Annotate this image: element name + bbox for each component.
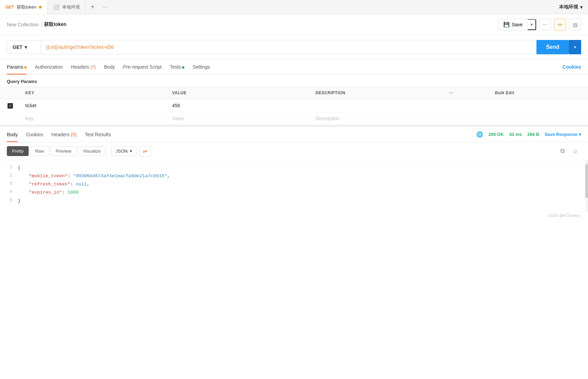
save-dropdown-button[interactable]: ▾	[528, 19, 536, 30]
resp-tab-headers[interactable]: Headers (5)	[52, 127, 77, 142]
tab-tests[interactable]: Tests	[170, 59, 184, 74]
row-value-cell[interactable]: 456	[167, 99, 311, 112]
line-num-3: 3	[7, 180, 18, 188]
env-selector-label: 本地环境	[559, 4, 578, 10]
env-tab[interactable]: ⬜ 本地环境	[47, 0, 86, 14]
format-selector[interactable]: JSON ▾	[111, 146, 137, 156]
tab-body[interactable]: Body	[104, 59, 115, 74]
line-num-5: 5	[7, 197, 18, 205]
json-line-1: 1 {	[7, 164, 581, 172]
header-actions: 💾 Save ▾ ··· ✏ ▤	[498, 18, 581, 31]
empty-more-cell	[445, 112, 490, 125]
json-viewer: 1 { 2 "mobile_token": "99306b4674af4e1ea…	[0, 160, 588, 212]
active-tab[interactable]: GET 获取token	[0, 0, 47, 14]
search-button[interactable]: ⌕	[570, 146, 581, 157]
tab-params[interactable]: Params	[7, 59, 27, 74]
wrap-icon: ⇌	[143, 148, 147, 154]
save-response-button[interactable]: Save Response ▾	[545, 132, 581, 137]
method-selector[interactable]: GET ▾	[7, 41, 41, 54]
resp-tab-testresults[interactable]: Test Results	[85, 127, 111, 142]
response-status: 🌐 200 OK 43 ms 268 B Save Response ▾	[476, 131, 582, 138]
copy-icon: ⧉	[560, 148, 565, 155]
status-code: 200 OK	[489, 132, 504, 137]
format-bar: Pretty Raw Preview Visualize JSON ▾ ⇌ ⧉ …	[0, 142, 588, 160]
save-button[interactable]: 💾 Save	[499, 19, 528, 30]
resp-tab-headers-label: Headers	[52, 132, 71, 137]
send-chevron-icon: ▾	[574, 45, 576, 50]
col-more-button[interactable]: ···	[445, 87, 490, 99]
row-checkbox[interactable]: ✓	[8, 103, 13, 109]
headers-count: (7)	[90, 65, 96, 70]
tab-headers[interactable]: Headers (7)	[71, 59, 96, 74]
tab-settings-label: Settings	[193, 64, 210, 70]
breadcrumb-collection[interactable]: New Collection	[7, 22, 39, 27]
fmt-preview-button[interactable]: Preview	[51, 146, 76, 156]
breadcrumb-sep: /	[41, 22, 42, 27]
response-tabs: Body Cookies Headers (5) Test Results 🌐 …	[0, 127, 588, 142]
params-dot	[24, 66, 27, 69]
comment-icon: ▤	[573, 22, 578, 28]
empty-key-cell[interactable]: Key	[20, 112, 167, 125]
query-params-header: Query Params	[0, 75, 588, 87]
bulk-edit-button[interactable]: Bulk Edit	[490, 87, 588, 99]
env-selector[interactable]: 本地环境 ▾	[559, 4, 583, 10]
send-dropdown-button[interactable]: ▾	[569, 40, 581, 54]
fmt-raw-button[interactable]: Raw	[30, 146, 49, 156]
val-expires-in: 1800	[68, 190, 79, 195]
fmt-visualize-button[interactable]: Visualize	[78, 146, 106, 156]
send-button-group: Send ▾	[536, 40, 581, 54]
empty-row-check	[0, 112, 20, 125]
json-line-3: 3 "refresh_token": null,	[7, 180, 581, 188]
response-time: 43 ms	[509, 132, 522, 137]
json-line-5: 5 }	[7, 197, 581, 205]
tab-authorization[interactable]: Authorization	[35, 59, 63, 74]
row-key-cell[interactable]: ticket	[20, 99, 167, 112]
save-disk-icon: 💾	[503, 22, 510, 28]
line-num-2: 2	[7, 172, 18, 180]
save-response-chevron: ▾	[579, 132, 581, 137]
tab-bar: GET 获取token ⬜ 本地环境 + ··· 本地环境 ▾	[0, 0, 588, 14]
empty-value-cell[interactable]: Value	[167, 112, 311, 125]
copy-button[interactable]: ⧉	[557, 146, 568, 157]
scrollbar-thumb[interactable]	[585, 164, 588, 198]
url-input[interactable]	[41, 40, 536, 54]
comment-button[interactable]: ▤	[569, 18, 581, 31]
breadcrumb: New Collection / 获取token	[7, 22, 67, 28]
row-description-cell[interactable]	[311, 99, 445, 112]
row-more-cell	[445, 99, 490, 112]
resp-tab-cookies-label: Cookies	[26, 132, 43, 137]
cookies-link[interactable]: Cookies	[563, 64, 581, 70]
row-bulk-cell	[490, 99, 588, 112]
save-button-group[interactable]: 💾 Save ▾	[498, 19, 536, 30]
tab-body-label: Body	[104, 64, 115, 70]
val-refresh-token: null	[76, 182, 87, 187]
resp-tab-cookies[interactable]: Cookies	[26, 127, 43, 142]
col-key-header: KEY	[20, 87, 167, 99]
tab-more-button[interactable]: ···	[99, 0, 111, 14]
empty-desc-cell[interactable]: Description	[311, 112, 445, 125]
col-value-header: VALUE	[167, 87, 311, 99]
save-response-label: Save Response	[545, 132, 577, 137]
breadcrumb-current: 获取token	[44, 22, 66, 28]
resp-tab-body[interactable]: Body	[7, 127, 18, 142]
json-line-4: 4 "expires_in": 1800	[7, 188, 581, 197]
key-expires-in: "expires_in"	[29, 190, 62, 195]
send-button[interactable]: Send	[536, 40, 569, 54]
wrap-button[interactable]: ⇌	[139, 146, 151, 157]
scrollbar-track[interactable]	[585, 160, 588, 212]
tab-settings[interactable]: Settings	[193, 59, 210, 74]
table-row: ✓ ticket 456	[0, 99, 588, 112]
request-tabs: Params Authorization Headers (7) Body Pr…	[0, 59, 588, 75]
add-tab-button[interactable]: +	[86, 0, 99, 14]
row-checkbox-cell[interactable]: ✓	[0, 99, 20, 112]
tab-prerequest[interactable]: Pre-request Script	[123, 59, 162, 74]
format-chevron-icon: ▾	[130, 149, 132, 154]
header-more-button[interactable]: ···	[539, 19, 551, 30]
edit-button[interactable]: ✏	[554, 18, 566, 31]
header-bar: New Collection / 获取token 💾 Save ▾ ··· ✏ …	[0, 14, 588, 35]
col-desc-header: DESCRIPTION	[311, 87, 445, 99]
line-content-2: "mobile_token": "99306b4674af4e1eacfa9de…	[18, 172, 170, 180]
fmt-pretty-button[interactable]: Pretty	[7, 146, 29, 156]
json-viewer-wrap: 1 { 2 "mobile_token": "99306b4674af4e1ea…	[0, 160, 588, 212]
method-chevron-icon: ▾	[25, 44, 27, 50]
